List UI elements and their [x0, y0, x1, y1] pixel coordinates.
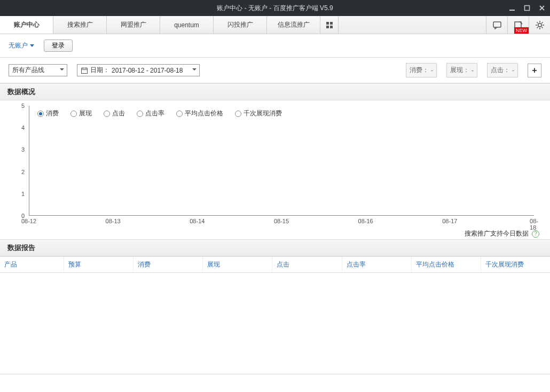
tab-search[interactable]: 搜索推广 [53, 16, 107, 34]
y-tick: 1 [16, 191, 25, 197]
radio-dot-icon [104, 111, 110, 117]
settings-button[interactable] [529, 16, 550, 34]
minimize-button[interactable] [507, 3, 517, 13]
radio-dot-icon [235, 111, 241, 117]
x-axis: 08-12 08-13 08-14 08-15 08-16 08-17 08-1… [29, 218, 534, 226]
tab-quentum[interactable]: quentum [160, 16, 214, 34]
tab-spacer [339, 16, 486, 34]
help-icon[interactable]: ? [532, 230, 539, 238]
chat-icon [492, 20, 502, 30]
gear-icon [535, 20, 545, 30]
tab-label: quentum [174, 21, 199, 29]
col-label: 千次展现消费 [485, 261, 524, 268]
svg-line-19 [537, 27, 538, 28]
stat-consume[interactable]: 消费：- [406, 63, 437, 77]
y-tick: 2 [16, 169, 25, 175]
radio-cpm[interactable]: 千次展现消费 [235, 109, 282, 118]
svg-point-11 [538, 23, 541, 26]
product-line-dropdown[interactable]: 所有产品线 [9, 64, 67, 76]
close-button[interactable] [537, 3, 547, 13]
radio-label: 点击 [112, 109, 125, 118]
col-cpm[interactable]: 千次展现消费 [481, 257, 550, 272]
window-controls [507, 0, 547, 16]
date-prefix: 日期： [90, 66, 109, 75]
edit-button[interactable]: NEW [507, 16, 529, 34]
radio-dot-icon [37, 111, 44, 117]
radio-avg-cpc[interactable]: 平均点击价格 [176, 109, 223, 118]
svg-line-17 [541, 27, 543, 28]
y-axis-line [29, 106, 29, 216]
col-label: 点击 [277, 261, 289, 268]
col-label: 平均点击价格 [416, 261, 454, 268]
radio-dot-icon [70, 111, 77, 117]
account-dropdown[interactable]: 无账户 [9, 41, 34, 50]
svg-marker-20 [30, 44, 34, 47]
message-button[interactable] [486, 16, 507, 34]
radio-ctr[interactable]: 点击率 [137, 109, 164, 118]
chart-footnote: 搜索推广支持今日数据 [465, 229, 529, 238]
date-range-value: 2017-08-12 - 2017-08-18 [112, 67, 183, 74]
col-ctr[interactable]: 点击率 [342, 257, 412, 272]
tab-network[interactable]: 网盟推广 [107, 16, 160, 34]
add-stat-button[interactable]: + [528, 64, 541, 77]
stat-value: - [431, 67, 433, 74]
tab-account-center[interactable]: 账户中心 [0, 16, 53, 34]
tab-label: 信息流推广 [278, 20, 310, 29]
col-consume[interactable]: 消费 [133, 257, 203, 272]
plus-icon: + [532, 66, 537, 75]
x-tick: 08-17 [442, 218, 457, 224]
svg-rect-21 [82, 68, 88, 73]
tab-feed[interactable]: 信息流推广 [267, 16, 320, 34]
chart-footnote-row: 搜索推广支持今日数据 ? [465, 229, 539, 238]
col-label: 消费 [138, 261, 151, 268]
radio-clicks[interactable]: 点击 [104, 109, 125, 118]
login-label: 登录 [52, 42, 65, 49]
stat-clicks[interactable]: 点击：- [487, 63, 518, 77]
col-label: 产品 [4, 261, 17, 268]
tab-label: 账户中心 [14, 20, 40, 29]
date-range-dropdown[interactable]: 日期：2017-08-12 - 2017-08-18 [77, 64, 200, 76]
radio-consume[interactable]: 消费 [37, 109, 59, 118]
radio-label: 展现 [79, 109, 92, 118]
toolbar-right: NEW [486, 16, 550, 34]
radio-label: 千次展现消费 [243, 109, 282, 118]
col-label: 预算 [68, 261, 81, 268]
x-axis-line [29, 215, 534, 216]
grid-icon [326, 21, 333, 29]
tab-label: 闪投推广 [227, 20, 253, 29]
stat-impressions[interactable]: 展现：- [446, 63, 477, 77]
stat-label: 展现： [450, 66, 469, 75]
x-tick: 08-16 [358, 218, 373, 224]
chevron-down-icon [30, 44, 34, 47]
product-line-value: 所有产品线 [12, 66, 44, 74]
col-product[interactable]: 产品 [0, 257, 64, 272]
svg-rect-7 [330, 26, 333, 28]
new-badge: NEW [514, 27, 529, 34]
report-area: 产品 预算 消费 展现 点击 点击率 平均点击价格 千次展现消费 [0, 256, 550, 374]
filter-bar: 所有产品线 日期：2017-08-12 - 2017-08-18 消费：- 展现… [0, 58, 550, 83]
stat-label: 消费： [410, 66, 429, 75]
calendar-icon [81, 67, 88, 74]
col-impressions[interactable]: 展现 [203, 257, 272, 272]
login-button[interactable]: 登录 [44, 40, 73, 52]
svg-rect-5 [330, 22, 333, 25]
radio-impressions[interactable]: 展现 [70, 109, 92, 118]
col-budget[interactable]: 预算 [64, 257, 133, 272]
radio-label: 消费 [46, 109, 59, 118]
y-tick: 5 [16, 103, 25, 109]
col-avg-cpc[interactable]: 平均点击价格 [412, 257, 481, 272]
report-header: 数据报告 [0, 239, 550, 256]
report-table-body [0, 273, 550, 374]
tab-label: 网盟推广 [121, 20, 146, 29]
account-label: 无账户 [9, 41, 28, 50]
x-tick: 08-13 [106, 218, 121, 224]
maximize-button[interactable] [522, 3, 532, 13]
svg-rect-4 [326, 22, 329, 25]
window-title: 账户中心 - 无账户 - 百度推广客户端 V5.9 [217, 4, 333, 13]
col-label: 展现 [207, 261, 220, 268]
tab-grid-view[interactable] [320, 16, 339, 34]
main-tabbar: 账户中心 搜索推广 网盟推广 quentum 闪投推广 信息流推广 NEW [0, 16, 550, 34]
tab-label: 搜索推广 [67, 20, 93, 29]
tab-flash[interactable]: 闪投推广 [214, 16, 267, 34]
col-clicks[interactable]: 点击 [272, 257, 342, 272]
